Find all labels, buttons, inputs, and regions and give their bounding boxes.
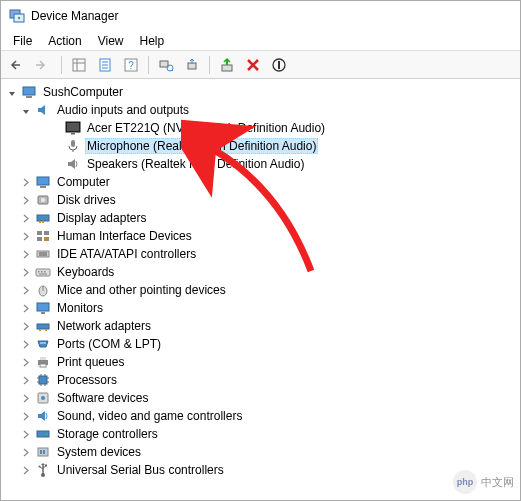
category-node-disk[interactable]: Disk drives — [1, 191, 520, 209]
uninstall-device-button[interactable] — [241, 53, 265, 77]
category-node-system[interactable]: System devices — [1, 443, 520, 461]
svg-rect-21 — [26, 96, 32, 98]
collapse-icon[interactable] — [21, 105, 32, 116]
computer-icon — [21, 84, 37, 100]
svg-rect-3 — [73, 59, 85, 71]
usb-icon — [35, 462, 51, 478]
expand-icon[interactable] — [21, 303, 32, 314]
category-node-monitors[interactable]: Monitors — [1, 299, 520, 317]
watermark: php 中文网 — [453, 470, 514, 494]
svg-rect-74 — [43, 450, 45, 454]
expand-icon[interactable] — [21, 285, 32, 296]
expand-icon[interactable] — [21, 393, 32, 404]
expand-icon[interactable] — [21, 465, 32, 476]
svg-rect-20 — [23, 87, 35, 95]
category-label: Universal Serial Bus controllers — [55, 463, 226, 477]
svg-rect-51 — [39, 329, 41, 331]
show-connections-button[interactable] — [67, 53, 91, 77]
nav-forward-button[interactable] — [32, 53, 56, 77]
svg-rect-37 — [44, 237, 49, 241]
toolbar-separator — [148, 56, 149, 74]
disk-icon — [35, 192, 51, 208]
device-node-selected[interactable]: Microphone (Realtek High Definition Audi… — [1, 137, 520, 155]
network-icon — [35, 318, 51, 334]
expand-icon[interactable] — [21, 213, 32, 224]
svg-point-53 — [40, 342, 42, 344]
expand-icon[interactable] — [21, 357, 32, 368]
category-node-ide[interactable]: IDE ATA/ATAPI controllers — [1, 245, 520, 263]
storage-icon — [35, 426, 51, 442]
category-node-keyboards[interactable]: Keyboards — [1, 263, 520, 281]
svg-rect-49 — [41, 312, 45, 314]
device-tree[interactable]: SushComputer Audio inputs and outputs Ac… — [1, 79, 520, 500]
expand-icon[interactable] — [21, 375, 32, 386]
disable-device-button[interactable] — [267, 53, 291, 77]
expand-icon[interactable] — [21, 411, 32, 422]
svg-rect-36 — [37, 237, 42, 241]
nav-back-button[interactable] — [6, 53, 30, 77]
category-node-print[interactable]: Print queues — [1, 353, 520, 371]
svg-point-77 — [39, 466, 41, 468]
svg-point-54 — [42, 342, 44, 344]
expand-icon[interactable] — [21, 447, 32, 458]
category-node-processors[interactable]: Processors — [1, 371, 520, 389]
category-node-display[interactable]: Display adapters — [1, 209, 520, 227]
monitor-icon — [65, 120, 81, 136]
category-node-hid[interactable]: Human Interface Devices — [1, 227, 520, 245]
menu-help[interactable]: Help — [132, 33, 173, 49]
menu-file[interactable]: File — [5, 33, 40, 49]
category-node-ports[interactable]: Ports (COM & LPT) — [1, 335, 520, 353]
device-node[interactable]: Acer ET221Q (NVIDIA High Definition Audi… — [1, 119, 520, 137]
svg-point-69 — [41, 396, 45, 400]
ide-icon — [35, 246, 51, 262]
menu-view[interactable]: View — [90, 33, 132, 49]
app-icon — [9, 8, 25, 24]
category-node-software[interactable]: Software devices — [1, 389, 520, 407]
category-label: Storage controllers — [55, 427, 160, 441]
toolbar-separator — [61, 56, 62, 74]
category-label: Disk drives — [55, 193, 118, 207]
help-button[interactable]: ? — [119, 53, 143, 77]
device-node[interactable]: Speakers (Realtek High Definition Audio) — [1, 155, 520, 173]
svg-line-14 — [172, 70, 173, 71]
tree-root-node[interactable]: SushComputer — [1, 83, 520, 101]
expand-icon[interactable] — [21, 231, 32, 242]
svg-rect-73 — [40, 450, 42, 454]
properties-button[interactable] — [93, 53, 117, 77]
category-node-audio[interactable]: Audio inputs and outputs — [1, 101, 520, 119]
expand-icon[interactable] — [21, 321, 32, 332]
category-label: Print queues — [55, 355, 126, 369]
expand-icon[interactable] — [21, 249, 32, 260]
speaker-icon — [65, 156, 81, 172]
menubar: File Action View Help — [1, 31, 520, 51]
category-label: Human Interface Devices — [55, 229, 194, 243]
svg-rect-59 — [39, 376, 47, 384]
expand-icon[interactable] — [21, 339, 32, 350]
enable-device-button[interactable] — [215, 53, 239, 77]
category-node-network[interactable]: Network adapters — [1, 317, 520, 335]
software-icon — [35, 390, 51, 406]
expand-icon[interactable] — [21, 267, 32, 278]
scan-hardware-button[interactable] — [154, 53, 178, 77]
update-driver-button[interactable] — [180, 53, 204, 77]
expand-icon[interactable] — [21, 429, 32, 440]
svg-rect-31 — [37, 215, 49, 221]
svg-rect-32 — [39, 221, 41, 223]
category-node-storage[interactable]: Storage controllers — [1, 425, 520, 443]
category-label: Audio inputs and outputs — [55, 103, 191, 117]
device-label: Acer ET221Q (NVIDIA High Definition Audi… — [85, 121, 327, 135]
category-node-usb[interactable]: Universal Serial Bus controllers — [1, 461, 520, 479]
collapse-icon[interactable] — [7, 87, 18, 98]
expand-icon[interactable] — [21, 195, 32, 206]
expand-icon[interactable] — [21, 177, 32, 188]
category-label: Monitors — [55, 301, 105, 315]
category-label: Display adapters — [55, 211, 148, 225]
menu-action[interactable]: Action — [40, 33, 89, 49]
svg-rect-28 — [40, 186, 46, 188]
svg-rect-38 — [37, 251, 49, 257]
category-node-mice[interactable]: Mice and other pointing devices — [1, 281, 520, 299]
category-node-computer[interactable]: Computer — [1, 173, 520, 191]
category-node-sound[interactable]: Sound, video and game controllers — [1, 407, 520, 425]
svg-text:?: ? — [128, 60, 134, 71]
category-label: Software devices — [55, 391, 150, 405]
